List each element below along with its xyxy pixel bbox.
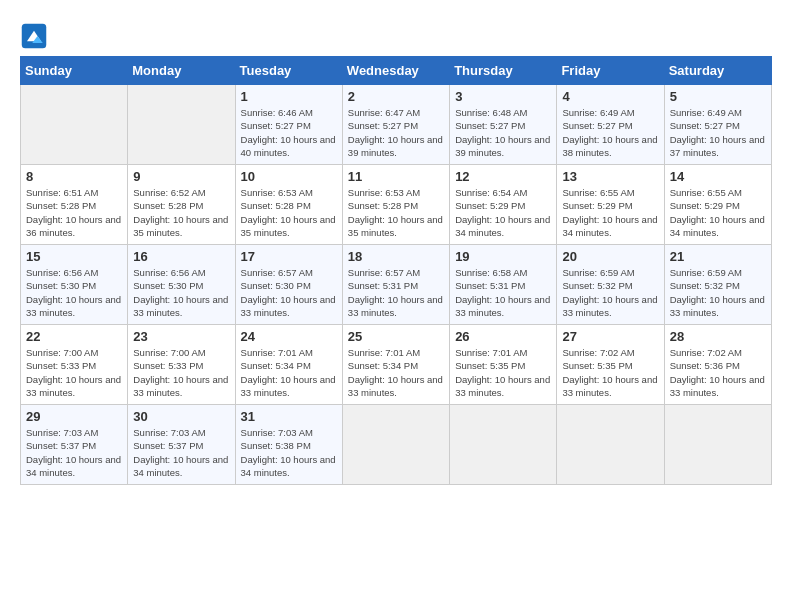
day-number: 13 [562, 169, 658, 184]
calendar-cell: 18Sunrise: 6:57 AMSunset: 5:31 PMDayligh… [342, 245, 449, 325]
header-wednesday: Wednesday [342, 57, 449, 85]
day-number: 11 [348, 169, 444, 184]
day-number: 21 [670, 249, 766, 264]
calendar-cell [128, 85, 235, 165]
day-info: Sunrise: 6:55 AMSunset: 5:29 PMDaylight:… [670, 187, 765, 238]
day-number: 14 [670, 169, 766, 184]
day-info: Sunrise: 6:57 AMSunset: 5:31 PMDaylight:… [348, 267, 443, 318]
day-info: Sunrise: 6:57 AMSunset: 5:30 PMDaylight:… [241, 267, 336, 318]
header-saturday: Saturday [664, 57, 771, 85]
header-monday: Monday [128, 57, 235, 85]
day-info: Sunrise: 7:01 AMSunset: 5:35 PMDaylight:… [455, 347, 550, 398]
day-number: 31 [241, 409, 337, 424]
day-number: 26 [455, 329, 551, 344]
day-number: 25 [348, 329, 444, 344]
calendar-cell: 24Sunrise: 7:01 AMSunset: 5:34 PMDayligh… [235, 325, 342, 405]
day-number: 16 [133, 249, 229, 264]
day-info: Sunrise: 6:56 AMSunset: 5:30 PMDaylight:… [26, 267, 121, 318]
day-info: Sunrise: 7:02 AMSunset: 5:36 PMDaylight:… [670, 347, 765, 398]
calendar-cell: 5Sunrise: 6:49 AMSunset: 5:27 PMDaylight… [664, 85, 771, 165]
day-info: Sunrise: 6:53 AMSunset: 5:28 PMDaylight:… [241, 187, 336, 238]
calendar-cell: 10Sunrise: 6:53 AMSunset: 5:28 PMDayligh… [235, 165, 342, 245]
day-info: Sunrise: 6:48 AMSunset: 5:27 PMDaylight:… [455, 107, 550, 158]
day-number: 12 [455, 169, 551, 184]
calendar-cell [557, 405, 664, 485]
logo-icon [20, 22, 48, 50]
calendar-cell: 22Sunrise: 7:00 AMSunset: 5:33 PMDayligh… [21, 325, 128, 405]
day-info: Sunrise: 7:00 AMSunset: 5:33 PMDaylight:… [133, 347, 228, 398]
calendar-cell: 31Sunrise: 7:03 AMSunset: 5:38 PMDayligh… [235, 405, 342, 485]
day-number: 28 [670, 329, 766, 344]
calendar-cell: 20Sunrise: 6:59 AMSunset: 5:32 PMDayligh… [557, 245, 664, 325]
calendar-cell [342, 405, 449, 485]
day-number: 18 [348, 249, 444, 264]
calendar-cell: 15Sunrise: 6:56 AMSunset: 5:30 PMDayligh… [21, 245, 128, 325]
week-row-2: 8Sunrise: 6:51 AMSunset: 5:28 PMDaylight… [21, 165, 772, 245]
day-number: 3 [455, 89, 551, 104]
day-number: 8 [26, 169, 122, 184]
day-number: 5 [670, 89, 766, 104]
day-info: Sunrise: 6:59 AMSunset: 5:32 PMDaylight:… [562, 267, 657, 318]
day-info: Sunrise: 6:46 AMSunset: 5:27 PMDaylight:… [241, 107, 336, 158]
calendar-cell: 30Sunrise: 7:03 AMSunset: 5:37 PMDayligh… [128, 405, 235, 485]
calendar-cell: 14Sunrise: 6:55 AMSunset: 5:29 PMDayligh… [664, 165, 771, 245]
calendar-cell: 26Sunrise: 7:01 AMSunset: 5:35 PMDayligh… [450, 325, 557, 405]
calendar-cell: 17Sunrise: 6:57 AMSunset: 5:30 PMDayligh… [235, 245, 342, 325]
calendar-table: SundayMondayTuesdayWednesdayThursdayFrid… [20, 56, 772, 485]
header-thursday: Thursday [450, 57, 557, 85]
calendar-cell: 4Sunrise: 6:49 AMSunset: 5:27 PMDaylight… [557, 85, 664, 165]
calendar-cell: 27Sunrise: 7:02 AMSunset: 5:35 PMDayligh… [557, 325, 664, 405]
day-info: Sunrise: 6:49 AMSunset: 5:27 PMDaylight:… [562, 107, 657, 158]
calendar-cell [450, 405, 557, 485]
header-row: SundayMondayTuesdayWednesdayThursdayFrid… [21, 57, 772, 85]
calendar-cell: 3Sunrise: 6:48 AMSunset: 5:27 PMDaylight… [450, 85, 557, 165]
day-info: Sunrise: 6:52 AMSunset: 5:28 PMDaylight:… [133, 187, 228, 238]
day-number: 19 [455, 249, 551, 264]
day-number: 23 [133, 329, 229, 344]
calendar-cell: 11Sunrise: 6:53 AMSunset: 5:28 PMDayligh… [342, 165, 449, 245]
calendar-cell: 16Sunrise: 6:56 AMSunset: 5:30 PMDayligh… [128, 245, 235, 325]
day-number: 30 [133, 409, 229, 424]
calendar-cell: 12Sunrise: 6:54 AMSunset: 5:29 PMDayligh… [450, 165, 557, 245]
week-row-1: 1Sunrise: 6:46 AMSunset: 5:27 PMDaylight… [21, 85, 772, 165]
day-info: Sunrise: 6:56 AMSunset: 5:30 PMDaylight:… [133, 267, 228, 318]
header-friday: Friday [557, 57, 664, 85]
day-info: Sunrise: 7:01 AMSunset: 5:34 PMDaylight:… [348, 347, 443, 398]
day-number: 9 [133, 169, 229, 184]
day-number: 2 [348, 89, 444, 104]
day-number: 27 [562, 329, 658, 344]
calendar-cell: 9Sunrise: 6:52 AMSunset: 5:28 PMDaylight… [128, 165, 235, 245]
day-number: 4 [562, 89, 658, 104]
header [20, 18, 772, 50]
calendar-cell: 19Sunrise: 6:58 AMSunset: 5:31 PMDayligh… [450, 245, 557, 325]
day-info: Sunrise: 7:01 AMSunset: 5:34 PMDaylight:… [241, 347, 336, 398]
page: SundayMondayTuesdayWednesdayThursdayFrid… [0, 0, 792, 495]
day-number: 20 [562, 249, 658, 264]
day-info: Sunrise: 6:47 AMSunset: 5:27 PMDaylight:… [348, 107, 443, 158]
calendar-cell: 23Sunrise: 7:00 AMSunset: 5:33 PMDayligh… [128, 325, 235, 405]
week-row-4: 22Sunrise: 7:00 AMSunset: 5:33 PMDayligh… [21, 325, 772, 405]
calendar-cell: 25Sunrise: 7:01 AMSunset: 5:34 PMDayligh… [342, 325, 449, 405]
week-row-3: 15Sunrise: 6:56 AMSunset: 5:30 PMDayligh… [21, 245, 772, 325]
day-number: 29 [26, 409, 122, 424]
day-info: Sunrise: 6:58 AMSunset: 5:31 PMDaylight:… [455, 267, 550, 318]
day-info: Sunrise: 7:03 AMSunset: 5:37 PMDaylight:… [26, 427, 121, 478]
day-info: Sunrise: 6:55 AMSunset: 5:29 PMDaylight:… [562, 187, 657, 238]
calendar-cell: 8Sunrise: 6:51 AMSunset: 5:28 PMDaylight… [21, 165, 128, 245]
day-info: Sunrise: 7:03 AMSunset: 5:38 PMDaylight:… [241, 427, 336, 478]
logo [20, 22, 50, 50]
header-sunday: Sunday [21, 57, 128, 85]
day-info: Sunrise: 7:02 AMSunset: 5:35 PMDaylight:… [562, 347, 657, 398]
day-info: Sunrise: 7:00 AMSunset: 5:33 PMDaylight:… [26, 347, 121, 398]
day-number: 24 [241, 329, 337, 344]
day-number: 17 [241, 249, 337, 264]
day-info: Sunrise: 7:03 AMSunset: 5:37 PMDaylight:… [133, 427, 228, 478]
day-info: Sunrise: 6:54 AMSunset: 5:29 PMDaylight:… [455, 187, 550, 238]
calendar-cell: 28Sunrise: 7:02 AMSunset: 5:36 PMDayligh… [664, 325, 771, 405]
day-info: Sunrise: 6:53 AMSunset: 5:28 PMDaylight:… [348, 187, 443, 238]
calendar-cell: 21Sunrise: 6:59 AMSunset: 5:32 PMDayligh… [664, 245, 771, 325]
day-number: 10 [241, 169, 337, 184]
day-info: Sunrise: 6:51 AMSunset: 5:28 PMDaylight:… [26, 187, 121, 238]
day-info: Sunrise: 6:49 AMSunset: 5:27 PMDaylight:… [670, 107, 765, 158]
day-info: Sunrise: 6:59 AMSunset: 5:32 PMDaylight:… [670, 267, 765, 318]
